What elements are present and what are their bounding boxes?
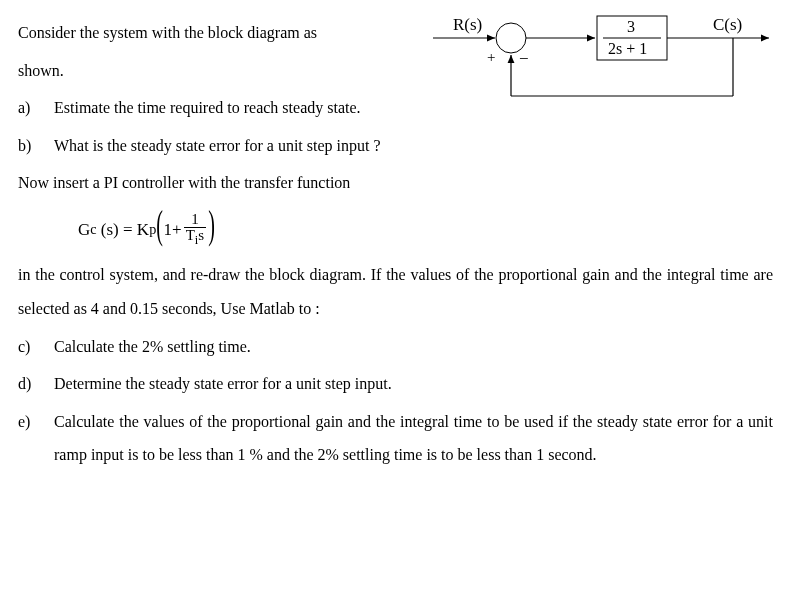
formula-t: T — [186, 227, 195, 243]
part-e-text: Calculate the values of the proportional… — [54, 405, 773, 472]
formula-s: s — [198, 227, 204, 243]
block-diagram: R(s) + − 3 2s + 1 C(s) — [433, 16, 773, 126]
part-c-letter: c) — [18, 330, 36, 364]
tf-denominator: 2s + 1 — [608, 40, 647, 57]
formula-g: G — [78, 221, 90, 238]
plus-sign: + — [487, 49, 495, 65]
part-d-text: Determine the steady state error for a u… — [54, 367, 773, 401]
r-label: R(s) — [453, 15, 482, 34]
formula-eq: (s) = K — [101, 221, 149, 238]
tf-numerator: 3 — [627, 18, 635, 35]
minus-sign: − — [519, 49, 529, 68]
formula-frac-num: 1 — [189, 212, 201, 227]
part-b-letter: b) — [18, 129, 36, 163]
part-a-letter: a) — [18, 91, 36, 125]
intro-line2: shown. — [18, 54, 423, 88]
intro-line1: Consider the system with the block diagr… — [18, 16, 423, 50]
part-c-text: Calculate the 2% settling time. — [54, 330, 773, 364]
formula-p-sub: p — [149, 222, 156, 236]
part-d-letter: d) — [18, 367, 36, 401]
c-label: C(s) — [713, 15, 742, 34]
part-a-text: Estimate the time required to reach stea… — [54, 91, 423, 125]
pi-controller-formula: Gc (s) = Kp ( 1+ 1 Tis ) — [18, 204, 773, 259]
part-b-text: What is the steady state error for a uni… — [54, 129, 773, 163]
mid-text-2: in the control system, and re-draw the b… — [18, 258, 773, 325]
mid-text-1: Now insert a PI controller with the tran… — [18, 166, 773, 200]
part-e-letter: e) — [18, 405, 36, 472]
formula-one-plus: 1+ — [164, 221, 182, 238]
